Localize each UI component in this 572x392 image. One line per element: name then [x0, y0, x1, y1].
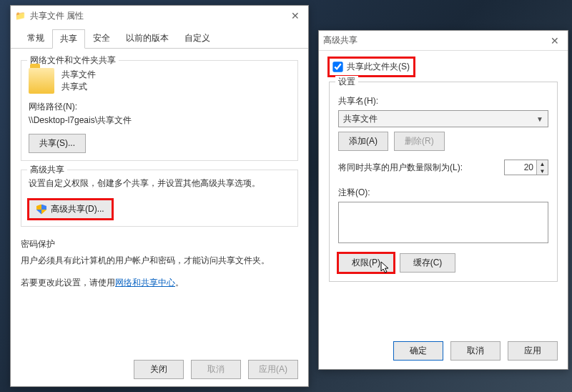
- window-title: 高级共享: [323, 34, 358, 46]
- comment-label: 注释(O):: [338, 187, 548, 199]
- advanced-sharing-label: 高级共享(D)...: [51, 203, 104, 215]
- netpath-label: 网络路径(N):: [29, 101, 290, 113]
- tab-security[interactable]: 安全: [85, 29, 118, 48]
- netpath-value: \\Desktop-l7geais\共享文件: [29, 114, 290, 127]
- shield-icon: [36, 205, 46, 215]
- spinner-up-icon[interactable]: ▲: [537, 160, 548, 167]
- group-advanced-sharing: 高级共享 设置自定义权限，创建多个共享，并设置其他高级共享选项。 高级共享(D)…: [21, 170, 298, 227]
- window-title: 共享文件 属性: [30, 10, 84, 22]
- properties-window: 📁 共享文件 属性 ✕ 常规 共享 安全 以前的版本 自定义 网络文件和文件夹共…: [10, 5, 309, 387]
- tab-previous-versions[interactable]: 以前的版本: [118, 29, 177, 48]
- cancel-button[interactable]: 取消: [450, 341, 500, 361]
- advanced-desc: 设置自定义权限，创建多个共享，并设置其他高级共享选项。: [29, 177, 290, 190]
- limit-spinner[interactable]: 20 ▲ ▼: [504, 160, 548, 175]
- folder-icon: [29, 68, 54, 94]
- tab-sharing[interactable]: 共享: [52, 29, 85, 49]
- tab-panel-sharing: 网络文件和文件夹共享 共享文件 共享式 网络路径(N): \\Desktop-l…: [11, 49, 308, 305]
- cancel-button[interactable]: 取消: [191, 360, 241, 379]
- network-sharing-center-link[interactable]: 网络和共享中心: [115, 278, 175, 288]
- titlebar: 高级共享 ✕: [319, 31, 568, 51]
- close-icon[interactable]: ✕: [287, 10, 304, 21]
- spinner-down-icon[interactable]: ▼: [537, 167, 548, 175]
- settings-fieldset: 设置 共享名(H): 共享文件 ▼ 添加(A) 删除(R) 将同时共享的用户数量…: [329, 82, 558, 282]
- close-icon[interactable]: ✕: [546, 35, 563, 46]
- password-line2-suffix: 。: [175, 278, 184, 288]
- tab-general[interactable]: 常规: [19, 29, 52, 48]
- share-button[interactable]: 共享(S)...: [29, 134, 86, 153]
- caching-button[interactable]: 缓存(C): [400, 253, 455, 273]
- advanced-sharing-button[interactable]: 高级共享(D)...: [29, 200, 112, 219]
- ok-button[interactable]: 确定: [393, 341, 443, 361]
- apply-button[interactable]: 应用(A): [248, 360, 298, 379]
- settings-legend: 设置: [335, 76, 358, 88]
- share-state: 共享式: [61, 81, 96, 93]
- permissions-button[interactable]: 权限(P): [338, 253, 394, 273]
- limit-label: 将同时共享的用户数量限制为(L):: [338, 162, 463, 174]
- close-button[interactable]: 关闭: [134, 360, 184, 379]
- folder-name: 共享文件: [61, 69, 96, 81]
- permissions-label: 权限(P): [352, 258, 380, 268]
- group-password: 密码保护 用户必须具有此计算机的用户帐户和密码，才能访问共享文件夹。 若要更改此…: [21, 235, 298, 289]
- sharename-label: 共享名(H):: [338, 95, 548, 107]
- folder-icon: 📁: [15, 11, 26, 21]
- add-button[interactable]: 添加(A): [338, 132, 388, 151]
- sharename-select[interactable]: 共享文件 ▼: [338, 110, 548, 127]
- chevron-down-icon: ▼: [536, 115, 543, 123]
- group-title: 网络文件和文件夹共享: [27, 54, 119, 67]
- group-title: 高级共享: [27, 164, 67, 176]
- dialog-buttons: 确定 取消 应用: [393, 341, 558, 361]
- group-title: 密码保护: [21, 238, 298, 250]
- tabs: 常规 共享 安全 以前的版本 自定义: [11, 27, 308, 49]
- dialog-buttons: 关闭 取消 应用(A): [134, 360, 298, 379]
- group-network-sharing: 网络文件和文件夹共享 共享文件 共享式 网络路径(N): \\Desktop-l…: [21, 60, 298, 161]
- comment-textarea[interactable]: [338, 202, 548, 243]
- share-folder-checkbox[interactable]: [332, 62, 342, 72]
- limit-value: 20: [505, 160, 536, 175]
- titlebar: 📁 共享文件 属性 ✕: [11, 6, 308, 26]
- sharename-value: 共享文件: [343, 113, 378, 125]
- tab-customize[interactable]: 自定义: [177, 29, 218, 48]
- share-folder-checkbox-row[interactable]: 共享此文件夹(S): [329, 58, 414, 76]
- password-line1: 用户必须具有此计算机的用户帐户和密码，才能访问共享文件夹。: [21, 255, 298, 267]
- remove-button[interactable]: 删除(R): [394, 132, 445, 151]
- password-line2-prefix: 若要更改此设置，请使用: [21, 278, 115, 288]
- apply-button[interactable]: 应用: [508, 341, 558, 361]
- advanced-sharing-dialog: 高级共享 ✕ 共享此文件夹(S) 设置 共享名(H): 共享文件 ▼ 添加(A)…: [318, 30, 568, 370]
- share-folder-label: 共享此文件夹(S): [347, 61, 410, 73]
- cursor-icon: [380, 261, 390, 274]
